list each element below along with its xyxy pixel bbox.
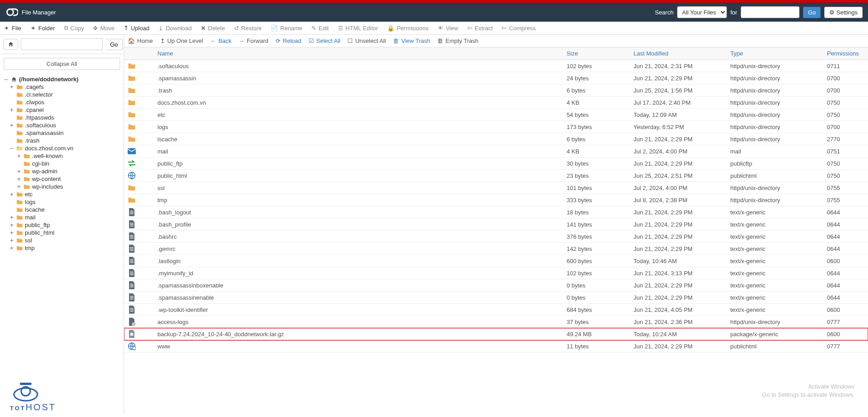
col-modified-header[interactable]: Last Modified [630,47,726,60]
toolbar-copy-button[interactable]: ⧉Copy [64,24,84,32]
action-empty-trash-button[interactable]: 🗑Empty Trash [437,37,478,44]
tree-node[interactable]: .trash [3,137,124,144]
tree-toggle[interactable]: + [9,237,14,244]
action-up-one-level-button[interactable]: ↥Up One Level [160,37,203,44]
tree-toggle[interactable]: + [9,107,14,113]
table-row[interactable]: .myimunify_id102 bytesJun 21, 2024, 3:13… [124,267,868,279]
tree-toggle[interactable]: – [9,145,14,152]
app-logo[interactable]: File Manager [5,6,56,19]
tree-toggle[interactable]: + [9,191,14,198]
settings-button[interactable]: ⚙ Settings [824,7,863,18]
tree-node[interactable]: +.cpanel [3,106,124,114]
table-row[interactable]: .bash_profile141 bytesJun 21, 2024, 2:29… [124,218,868,231]
col-name-header[interactable]: Name [154,47,563,60]
table-row[interactable]: logs173 bytesYesterday, 6:52 PMhttpd/uni… [124,121,868,133]
table-row[interactable]: .softaculous102 bytesJun 21, 2024, 2:31 … [124,60,868,72]
table-row[interactable]: docs.zhost.com.vn4 KBJul 17, 2024, 2:40 … [124,97,868,109]
tree-toggle[interactable] [9,199,14,205]
tree-node[interactable]: +public_ftp [3,221,124,229]
tree-toggle[interactable] [9,206,14,213]
toolbar-upload-button[interactable]: ⤒Upload [124,25,149,32]
table-row[interactable]: mail4 KBJul 2, 2024, 4:00 PMmail0751 [124,145,868,158]
tree-node[interactable]: +wp-admin [3,167,124,175]
tree-toggle[interactable]: + [16,183,22,190]
path-go-button[interactable]: Go [106,39,123,50]
col-type-header[interactable]: Type [727,47,823,60]
tree-toggle[interactable]: + [9,214,14,221]
table-row[interactable]: public_ftp30 bytesJun 21, 2024, 2:29 PMp… [124,158,868,170]
toolbar-view-button[interactable]: 👁View [438,25,458,32]
table-row[interactable]: .spamassassinboxenable0 bytesJun 21, 202… [124,279,868,292]
toolbar-folder-button[interactable]: ＋Folder [30,24,55,32]
action-view-trash-button[interactable]: 🗑View Trash [393,37,430,44]
tree-node[interactable]: logs [3,198,124,206]
action-select-all-button[interactable]: ☑Select All [309,37,340,44]
toolbar-extract-button[interactable]: ✄Extract [467,25,493,32]
tree-node[interactable]: –docs.zhost.com.vn [3,144,124,152]
toolbar-delete-button[interactable]: ✖Delete [201,25,225,32]
toolbar-edit-button[interactable]: ✎Edit [311,25,328,32]
toolbar-html-editor-button[interactable]: ☰HTML Editor [338,25,378,32]
table-row[interactable]: .wp-toolkit-identifier684 bytesJun 21, 2… [124,304,868,316]
tree-node[interactable]: +tmp [3,244,124,252]
tree-node[interactable]: +etc [3,190,124,198]
tree-toggle[interactable]: + [16,168,22,175]
table-row[interactable]: .bash_logout18 bytesJun 21, 2024, 2:29 P… [124,206,868,218]
tree-node[interactable]: +mail [3,213,124,221]
toolbar-restore-button[interactable]: ↺Restore [234,25,262,32]
tree-toggle[interactable] [9,91,14,98]
tree-node[interactable]: +public_html [3,229,124,236]
tree-node[interactable]: lscache [3,206,124,213]
col-size-header[interactable]: Size [563,47,630,60]
tree-node[interactable]: +wp-content [3,175,124,183]
tree-node[interactable]: .clwpos [3,98,124,106]
table-row[interactable]: .gemrc142 bytesJun 21, 2024, 2:29 PMtext… [124,243,868,255]
toolbar-permissions-button[interactable]: 🔒Permissions [387,25,429,32]
tree-toggle[interactable]: + [16,176,22,182]
table-row[interactable]: etc54 bytesToday, 12:09 AMhttpd/unix-dir… [124,109,868,121]
tree-toggle[interactable]: + [9,122,14,129]
table-row[interactable]: .spamassassinenable0 bytesJun 21, 2024, … [124,292,868,304]
tree-node[interactable]: +.cagefs [3,83,124,91]
table-row[interactable]: tmp333 bytesJul 8, 2024, 2:38 PMhttpd/un… [124,194,868,206]
table-row[interactable]: .spamassassin24 bytesJun 21, 2024, 2:29 … [124,72,868,84]
search-scope-select[interactable]: All Your Files [677,6,727,18]
table-row[interactable]: www11 bytesJun 21, 2024, 2:29 PMpublicht… [124,340,868,352]
tree-toggle[interactable]: + [16,153,22,159]
table-row[interactable]: ssl101 bytesJul 2, 2024, 4:00 PMhttpd/un… [124,182,868,194]
action-reload-button[interactable]: ⟳Reload [276,37,301,44]
toolbar-move-button[interactable]: ✥Move [93,25,115,32]
tree-toggle[interactable]: – [4,76,9,83]
tree-toggle[interactable]: + [9,83,14,90]
tree-node[interactable]: +wp-includes [3,183,124,190]
tree-node[interactable]: +ssl [3,236,124,244]
tree-node[interactable]: .spamassassin [3,129,124,137]
tree-toggle[interactable] [9,99,14,106]
table-row[interactable]: .bashrc376 bytesJun 21, 2024, 2:29 PMtex… [124,231,868,243]
search-go-button[interactable]: Go [803,7,821,18]
tree-toggle[interactable]: + [9,229,14,236]
tree-toggle[interactable] [9,130,14,136]
action-unselect-all-button[interactable]: ☐Unselect All [347,37,386,44]
file-table-wrap[interactable]: Name Size Last Modified Type Permissions… [124,47,868,415]
table-row[interactable]: .lastlogin600 bytesToday, 10:46 AMtext/x… [124,255,868,267]
table-row[interactable]: .trash6 bytesJun 25, 2024, 1:56 PMhttpd/… [124,84,868,97]
tree-node[interactable]: cgi-bin [3,160,124,167]
tree-node[interactable]: +.softaculous [3,121,124,129]
tree-node[interactable]: .cl.selector [3,91,124,98]
collapse-all-button[interactable]: Collapse All [4,58,120,70]
tree-node[interactable]: –(/home/doddnetwork) [3,75,124,83]
col-icon-header[interactable] [124,47,154,60]
tree-toggle[interactable] [9,114,14,121]
tree-toggle[interactable]: + [9,222,14,228]
toolbar-file-button[interactable]: ＋File [4,24,21,32]
toolbar-rename-button[interactable]: 📄Rename [271,25,302,32]
action-back-button[interactable]: ←Back [210,37,231,44]
table-row[interactable]: access-logs37 bytesJun 21, 2024, 2:36 PM… [124,316,868,328]
action-home-button[interactable]: 🏠Home [128,37,153,44]
action-forward-button[interactable]: →Forward [239,37,268,44]
search-input[interactable] [741,6,799,18]
path-input[interactable] [21,38,103,50]
toolbar-compress-button[interactable]: ✄Compress [502,25,536,32]
home-button[interactable] [4,39,18,50]
